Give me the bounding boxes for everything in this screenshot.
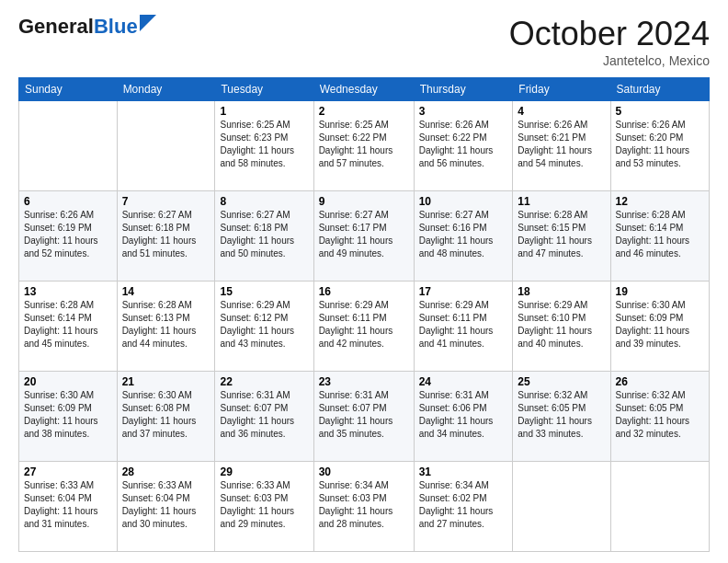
day-number: 29 <box>220 465 308 478</box>
day-number: 3 <box>419 105 508 118</box>
table-row: 1Sunrise: 6:25 AMSunset: 6:23 PMDaylight… <box>215 101 313 191</box>
day-detail: Sunrise: 6:29 AMSunset: 6:11 PMDaylight:… <box>319 300 393 349</box>
day-detail: Sunrise: 6:30 AMSunset: 6:08 PMDaylight:… <box>122 390 197 439</box>
table-row: 22Sunrise: 6:31 AMSunset: 6:07 PMDayligh… <box>215 372 313 462</box>
table-row: 3Sunrise: 6:26 AMSunset: 6:22 PMDaylight… <box>414 101 513 191</box>
table-row: 14Sunrise: 6:28 AMSunset: 6:13 PMDayligh… <box>117 282 215 372</box>
calendar-header-row: Sunday Monday Tuesday Wednesday Thursday… <box>19 78 710 101</box>
day-detail: Sunrise: 6:27 AMSunset: 6:18 PMDaylight:… <box>220 210 294 259</box>
day-number: 11 <box>518 195 605 208</box>
day-detail: Sunrise: 6:33 AMSunset: 6:04 PMDaylight:… <box>122 480 197 529</box>
table-row: 9Sunrise: 6:27 AMSunset: 6:17 PMDaylight… <box>313 191 414 282</box>
day-detail: Sunrise: 6:25 AMSunset: 6:23 PMDaylight:… <box>220 120 294 168</box>
table-row: 20Sunrise: 6:30 AMSunset: 6:09 PMDayligh… <box>19 372 118 462</box>
calendar-week-row: 1Sunrise: 6:25 AMSunset: 6:23 PMDaylight… <box>19 101 710 191</box>
day-number: 14 <box>122 285 210 298</box>
day-number: 21 <box>122 375 210 388</box>
day-detail: Sunrise: 6:26 AMSunset: 6:22 PMDaylight:… <box>419 120 494 168</box>
table-row: 17Sunrise: 6:29 AMSunset: 6:11 PMDayligh… <box>414 282 513 372</box>
table-row <box>513 462 610 552</box>
day-detail: Sunrise: 6:29 AMSunset: 6:12 PMDaylight:… <box>220 300 294 349</box>
table-row: 7Sunrise: 6:27 AMSunset: 6:18 PMDaylight… <box>117 191 215 282</box>
day-number: 30 <box>319 465 409 478</box>
day-detail: Sunrise: 6:26 AMSunset: 6:21 PMDaylight:… <box>518 120 592 168</box>
day-detail: Sunrise: 6:27 AMSunset: 6:16 PMDaylight:… <box>419 210 494 259</box>
day-detail: Sunrise: 6:27 AMSunset: 6:18 PMDaylight:… <box>122 210 197 259</box>
day-detail: Sunrise: 6:33 AMSunset: 6:04 PMDaylight:… <box>24 480 98 529</box>
day-number: 4 <box>518 105 605 118</box>
table-row <box>19 101 118 191</box>
day-number: 17 <box>419 285 508 298</box>
table-row: 15Sunrise: 6:29 AMSunset: 6:12 PMDayligh… <box>215 282 313 372</box>
day-number: 28 <box>122 465 210 478</box>
day-number: 6 <box>24 195 112 208</box>
day-detail: Sunrise: 6:31 AMSunset: 6:06 PMDaylight:… <box>419 390 494 439</box>
location: Jantetelco, Mexico <box>509 53 710 68</box>
day-detail: Sunrise: 6:26 AMSunset: 6:20 PMDaylight:… <box>616 120 690 168</box>
logo-arrow-icon <box>140 15 156 35</box>
day-detail: Sunrise: 6:28 AMSunset: 6:14 PMDaylight:… <box>24 300 98 349</box>
calendar-week-row: 6Sunrise: 6:26 AMSunset: 6:19 PMDaylight… <box>19 191 710 282</box>
day-number: 7 <box>122 195 210 208</box>
day-number: 5 <box>616 105 704 118</box>
day-number: 27 <box>24 465 112 478</box>
calendar-table: Sunday Monday Tuesday Wednesday Thursday… <box>18 77 710 552</box>
logo: GeneralBlue <box>18 15 156 39</box>
day-number: 12 <box>616 195 704 208</box>
day-detail: Sunrise: 6:28 AMSunset: 6:15 PMDaylight:… <box>518 210 592 259</box>
col-thursday: Thursday <box>414 78 513 101</box>
table-row: 6Sunrise: 6:26 AMSunset: 6:19 PMDaylight… <box>19 191 118 282</box>
table-row: 25Sunrise: 6:32 AMSunset: 6:05 PMDayligh… <box>513 372 610 462</box>
day-number: 8 <box>220 195 308 208</box>
day-number: 22 <box>220 375 308 388</box>
day-number: 15 <box>220 285 308 298</box>
day-number: 13 <box>24 285 112 298</box>
day-detail: Sunrise: 6:34 AMSunset: 6:03 PMDaylight:… <box>319 480 393 529</box>
day-detail: Sunrise: 6:32 AMSunset: 6:05 PMDaylight:… <box>518 390 592 439</box>
table-row: 18Sunrise: 6:29 AMSunset: 6:10 PMDayligh… <box>513 282 610 372</box>
table-row: 30Sunrise: 6:34 AMSunset: 6:03 PMDayligh… <box>313 462 414 552</box>
table-row: 24Sunrise: 6:31 AMSunset: 6:06 PMDayligh… <box>414 372 513 462</box>
day-detail: Sunrise: 6:25 AMSunset: 6:22 PMDaylight:… <box>319 120 393 168</box>
table-row: 2Sunrise: 6:25 AMSunset: 6:22 PMDaylight… <box>313 101 414 191</box>
header: GeneralBlue October 2024 Jantetelco, Mex… <box>18 15 710 68</box>
day-number: 16 <box>319 285 409 298</box>
day-detail: Sunrise: 6:32 AMSunset: 6:05 PMDaylight:… <box>616 390 690 439</box>
table-row: 19Sunrise: 6:30 AMSunset: 6:09 PMDayligh… <box>610 282 709 372</box>
day-detail: Sunrise: 6:31 AMSunset: 6:07 PMDaylight:… <box>319 390 393 439</box>
calendar-page: GeneralBlue October 2024 Jantetelco, Mex… <box>0 0 728 563</box>
table-row: 10Sunrise: 6:27 AMSunset: 6:16 PMDayligh… <box>414 191 513 282</box>
calendar-week-row: 27Sunrise: 6:33 AMSunset: 6:04 PMDayligh… <box>19 462 710 552</box>
day-detail: Sunrise: 6:30 AMSunset: 6:09 PMDaylight:… <box>616 300 690 349</box>
table-row: 31Sunrise: 6:34 AMSunset: 6:02 PMDayligh… <box>414 462 513 552</box>
col-friday: Friday <box>513 78 610 101</box>
col-wednesday: Wednesday <box>313 78 414 101</box>
day-detail: Sunrise: 6:28 AMSunset: 6:14 PMDaylight:… <box>616 210 690 259</box>
table-row: 16Sunrise: 6:29 AMSunset: 6:11 PMDayligh… <box>313 282 414 372</box>
day-number: 25 <box>518 375 605 388</box>
table-row: 21Sunrise: 6:30 AMSunset: 6:08 PMDayligh… <box>117 372 215 462</box>
calendar-week-row: 20Sunrise: 6:30 AMSunset: 6:09 PMDayligh… <box>19 372 710 462</box>
col-tuesday: Tuesday <box>215 78 313 101</box>
day-detail: Sunrise: 6:29 AMSunset: 6:11 PMDaylight:… <box>419 300 494 349</box>
col-monday: Monday <box>117 78 215 101</box>
svg-marker-0 <box>140 15 156 31</box>
day-number: 18 <box>518 285 605 298</box>
day-detail: Sunrise: 6:29 AMSunset: 6:10 PMDaylight:… <box>518 300 592 349</box>
table-row <box>610 462 709 552</box>
day-number: 24 <box>419 375 508 388</box>
calendar-week-row: 13Sunrise: 6:28 AMSunset: 6:14 PMDayligh… <box>19 282 710 372</box>
day-detail: Sunrise: 6:31 AMSunset: 6:07 PMDaylight:… <box>220 390 294 439</box>
table-row: 5Sunrise: 6:26 AMSunset: 6:20 PMDaylight… <box>610 101 709 191</box>
table-row: 13Sunrise: 6:28 AMSunset: 6:14 PMDayligh… <box>19 282 118 372</box>
table-row: 26Sunrise: 6:32 AMSunset: 6:05 PMDayligh… <box>610 372 709 462</box>
day-detail: Sunrise: 6:30 AMSunset: 6:09 PMDaylight:… <box>24 390 98 439</box>
day-detail: Sunrise: 6:27 AMSunset: 6:17 PMDaylight:… <box>319 210 393 259</box>
day-detail: Sunrise: 6:26 AMSunset: 6:19 PMDaylight:… <box>24 210 98 259</box>
logo-text: GeneralBlue <box>18 15 138 39</box>
day-detail: Sunrise: 6:28 AMSunset: 6:13 PMDaylight:… <box>122 300 197 349</box>
day-number: 31 <box>419 465 508 478</box>
day-number: 9 <box>319 195 409 208</box>
table-row: 8Sunrise: 6:27 AMSunset: 6:18 PMDaylight… <box>215 191 313 282</box>
col-sunday: Sunday <box>19 78 118 101</box>
